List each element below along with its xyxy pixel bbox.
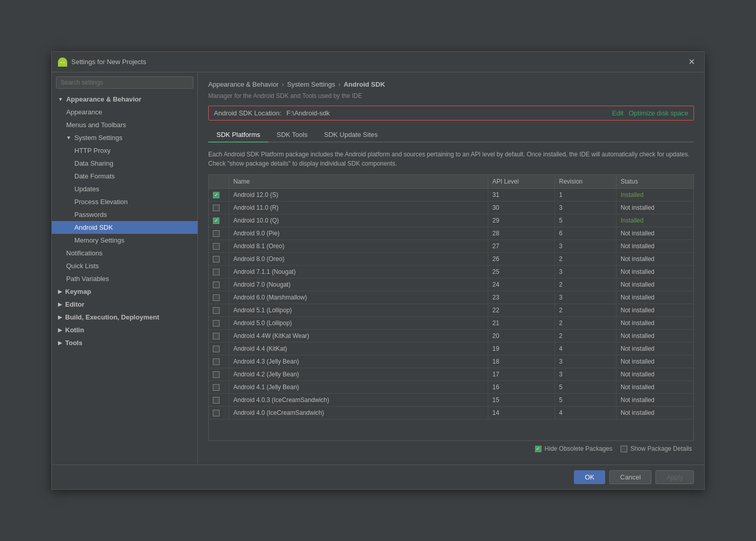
apply-button[interactable]: Apply — [655, 470, 694, 484]
ok-button[interactable]: OK — [574, 470, 605, 484]
right-panel: Appearance & Behavior › System Settings … — [198, 72, 704, 465]
sidebar-item-passwords[interactable]: Passwords — [52, 208, 197, 221]
row-api-level: 23 — [488, 291, 555, 304]
tab-sdk-platforms[interactable]: SDK Platforms — [208, 128, 268, 143]
hide-obsolete-checkbox[interactable]: ✓ — [535, 446, 542, 452]
row-checkbox[interactable] — [213, 269, 220, 275]
sidebar-item-menus-and-toolbars[interactable]: Menus and Toolbars — [52, 118, 197, 131]
chevron-icon: ▶ — [58, 327, 62, 333]
edit-button[interactable]: Edit — [612, 109, 623, 117]
table-row: Android 4.4 (KitKat)194Not installed — [209, 343, 693, 355]
row-checkbox-cell[interactable] — [209, 304, 229, 316]
sidebar-item-appearance[interactable]: Appearance — [52, 106, 197, 118]
row-checkbox[interactable] — [213, 358, 220, 365]
row-checkbox[interactable] — [213, 320, 220, 327]
tab-sdk-update-sites[interactable]: SDK Update Sites — [316, 128, 386, 143]
row-checkbox[interactable] — [213, 333, 220, 339]
sidebar-item-build-execution-deployment[interactable]: ▶Build, Execution, Deployment — [52, 311, 197, 324]
row-status: Not installed — [616, 266, 693, 278]
show-details-checkbox[interactable] — [621, 446, 627, 452]
row-checkbox-cell[interactable] — [209, 253, 229, 265]
row-status: Not installed — [616, 278, 693, 291]
row-checkbox-cell[interactable] — [209, 407, 229, 419]
row-checkbox[interactable] — [213, 205, 220, 211]
row-checkbox-cell[interactable] — [209, 368, 229, 380]
row-name: Android 4.3 (Jelly Bean) — [229, 355, 488, 368]
sidebar-item-editor[interactable]: ▶Editor — [52, 298, 197, 311]
row-revision: 2 — [555, 278, 616, 291]
sidebar-item-updates[interactable]: Updates — [52, 183, 197, 195]
table-body[interactable]: ✓Android 12.0 (S)311InstalledAndroid 11.… — [209, 189, 693, 440]
row-checkbox[interactable]: ✓ — [213, 217, 220, 224]
row-checkbox[interactable] — [213, 230, 220, 237]
sidebar-item-process-elevation[interactable]: Process Elevation — [52, 195, 197, 208]
column-header-0 — [209, 175, 229, 188]
sidebar-item-data-sharing[interactable]: Data Sharing — [52, 157, 197, 170]
table-row: Android 4.3 (Jelly Bean)183Not installed — [209, 355, 693, 368]
row-checkbox-cell[interactable] — [209, 266, 229, 278]
row-checkbox[interactable] — [213, 307, 220, 314]
row-checkbox-cell[interactable] — [209, 291, 229, 304]
row-checkbox-cell[interactable] — [209, 278, 229, 291]
table-header: NameAPI LevelRevisionStatus — [209, 175, 693, 189]
tab-sdk-tools[interactable]: SDK Tools — [268, 128, 315, 143]
row-api-level: 31 — [488, 189, 555, 201]
row-checkbox[interactable]: ✓ — [213, 192, 220, 198]
row-revision: 2 — [555, 330, 616, 342]
sdk-location-input[interactable] — [287, 109, 607, 117]
row-checkbox[interactable] — [213, 346, 220, 352]
sidebar-item-path-variables[interactable]: Path Variables — [52, 272, 197, 285]
table-row: Android 4.1 (Jelly Bean)165Not installed — [209, 381, 693, 394]
sidebar-item-label: Android SDK — [74, 224, 113, 231]
row-checkbox-cell[interactable] — [209, 202, 229, 214]
sidebar-item-date-formats[interactable]: Date Formats — [52, 170, 197, 183]
row-status: Not installed — [616, 407, 693, 419]
row-checkbox[interactable] — [213, 371, 220, 378]
row-checkbox-cell[interactable]: ✓ — [209, 214, 229, 227]
row-status: Not installed — [616, 240, 693, 252]
sidebar-item-kotlin[interactable]: ▶Kotlin — [52, 324, 197, 336]
row-checkbox-cell[interactable] — [209, 394, 229, 406]
close-button[interactable]: ✕ — [685, 56, 698, 68]
settings-dialog: Settings for New Projects ✕ ▼Appearance … — [51, 51, 705, 490]
search-input[interactable] — [56, 76, 193, 89]
row-status: Not installed — [616, 355, 693, 368]
sidebar-item-http-proxy[interactable]: HTTP Proxy — [52, 144, 197, 157]
row-checkbox-cell[interactable] — [209, 330, 229, 342]
row-checkbox-cell[interactable] — [209, 240, 229, 252]
row-checkbox-cell[interactable] — [209, 227, 229, 239]
row-checkbox[interactable] — [213, 384, 220, 391]
sidebar-item-keymap[interactable]: ▶Keymap — [52, 285, 197, 298]
row-checkbox-cell[interactable] — [209, 343, 229, 355]
row-name: Android 7.0 (Nougat) — [229, 278, 488, 291]
row-checkbox[interactable] — [213, 282, 220, 288]
row-checkbox[interactable] — [213, 256, 220, 263]
subtitle: Manager for the Android SDK and Tools us… — [208, 92, 694, 99]
cancel-button[interactable]: Cancel — [609, 470, 651, 484]
table-row: Android 4.0 (IceCreamSandwich)144Not ins… — [209, 407, 693, 419]
row-checkbox-cell[interactable] — [209, 317, 229, 329]
sidebar-item-notifications[interactable]: Notifications — [52, 247, 197, 259]
hide-obsolete-label: Hide Obsolete Packages — [545, 445, 612, 452]
row-name: Android 4.4W (KitKat Wear) — [229, 330, 488, 342]
row-checkbox-cell[interactable] — [209, 355, 229, 368]
sidebar-item-quick-lists[interactable]: Quick Lists — [52, 259, 197, 272]
sidebar-item-tools[interactable]: ▶Tools — [52, 336, 197, 349]
sidebar: ▼Appearance & BehaviorAppearanceMenus an… — [52, 72, 198, 465]
row-checkbox-cell[interactable] — [209, 381, 229, 393]
sidebar-item-memory-settings[interactable]: Memory Settings — [52, 234, 197, 247]
sidebar-item-android-sdk[interactable]: Android SDK — [52, 221, 197, 234]
row-checkbox[interactable] — [213, 243, 220, 250]
table-footer: ✓ Hide Obsolete Packages Show Package De… — [208, 441, 694, 456]
breadcrumb-sep1: › — [282, 81, 284, 88]
row-checkbox-cell[interactable]: ✓ — [209, 189, 229, 201]
sidebar-item-system-settings[interactable]: ▼System Settings — [52, 131, 197, 144]
sidebar-item-appearance--behavior[interactable]: ▼Appearance & Behavior — [52, 93, 197, 106]
row-checkbox[interactable] — [213, 294, 220, 301]
row-checkbox[interactable] — [213, 410, 220, 416]
sidebar-items: ▼Appearance & BehaviorAppearanceMenus an… — [52, 93, 197, 349]
hide-obsolete-row: ✓ Hide Obsolete Packages — [535, 445, 612, 452]
row-checkbox[interactable] — [213, 397, 220, 404]
optimize-disk-button[interactable]: Optimize disk space — [629, 109, 688, 117]
row-name: Android 12.0 (S) — [229, 189, 488, 201]
